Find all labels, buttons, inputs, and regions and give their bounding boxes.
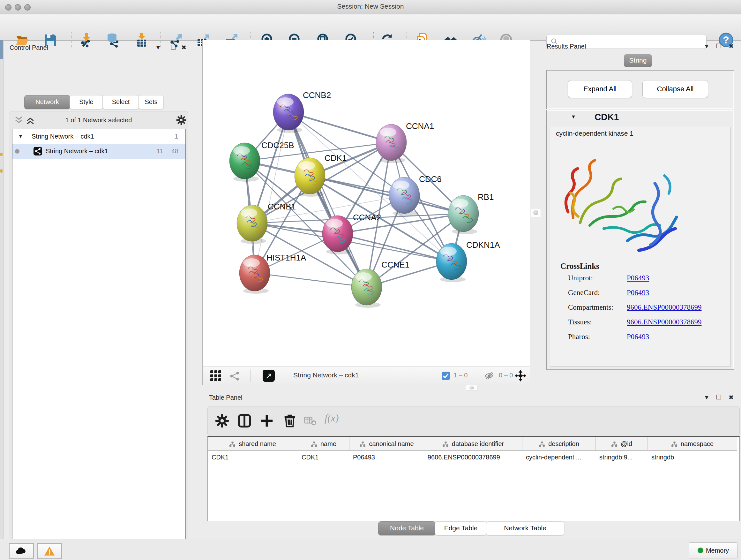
network-node-CDC25B[interactable]: CDC25B [229, 140, 294, 182]
cloud-button[interactable] [9, 543, 34, 559]
expand-all-networks-icon[interactable] [26, 116, 35, 125]
close-panel-icon[interactable]: ✖ [729, 393, 734, 401]
table-cell[interactable]: CDK1 [208, 451, 298, 463]
column-header-canonical-name[interactable]: canonical name [349, 437, 424, 451]
network-collection-row[interactable]: ▼ String Network – cdk1 1 [12, 129, 185, 144]
string-network-graph[interactable]: CCNB2CCNA1CDC25BCDK1CDC6RB1CCNB1CCNA2CDK… [203, 40, 530, 367]
delete-column-trash-icon[interactable] [282, 414, 297, 428]
collection-name: String Network – cdk1 [31, 133, 94, 140]
crosslink-link[interactable]: P06493 [627, 289, 649, 297]
crosslink-link[interactable]: 9606.ENSP00000378699 [627, 318, 702, 326]
column-header-description[interactable]: description [522, 437, 596, 451]
collapse-panel-icon[interactable]: ▼ [704, 42, 710, 51]
tab-style[interactable]: Style [70, 95, 103, 109]
right-splitter-grip[interactable] [531, 208, 541, 217]
network-selection-status: 1 of 1 Network selected [44, 117, 153, 124]
results-actions-box: Expand All Collapse All [546, 70, 734, 109]
node-label: CDKN1A [466, 240, 500, 250]
table-toolbar: f(x) [207, 406, 740, 436]
cloud-icon [15, 547, 28, 556]
gene-header-row[interactable]: ▼ CDK1 [547, 110, 734, 126]
hidden-eye-slash-icon[interactable] [484, 372, 494, 380]
float-panel-icon[interactable]: □ [717, 42, 721, 50]
crosslinks-title: CrossLinks [560, 262, 599, 271]
table-cell[interactable]: stringdb [648, 451, 737, 463]
close-panel-icon[interactable]: ✖ [181, 44, 186, 52]
table-cell[interactable]: CDK1 [298, 451, 349, 463]
node-label: CCNA2 [353, 212, 381, 222]
collapse-panel-icon[interactable]: ▼ [155, 44, 161, 52]
tab-string[interactable]: String [624, 54, 652, 67]
delete-table-icon-disabled [304, 416, 317, 426]
tab-network[interactable]: Network [24, 95, 70, 109]
column-header-database-identifier[interactable]: database identifier [424, 437, 522, 451]
network-share-icon[interactable] [229, 371, 240, 381]
column-header-id[interactable]: @id [596, 437, 648, 451]
collapse-all-button[interactable]: Collapse All [643, 80, 708, 98]
node-label: CCNB1 [268, 202, 296, 211]
network-node-HIST1H1A[interactable]: HIST1H1A [239, 253, 307, 294]
expand-all-button[interactable]: Expand All [568, 80, 632, 98]
open-in-window-icon[interactable]: ↗ [263, 370, 275, 382]
table-cell[interactable]: stringdb:9... [596, 451, 648, 463]
network-list: ▼ String Network – cdk1 1 String Network… [12, 129, 186, 560]
network-node-CCNE1[interactable]: CCNE1 [351, 260, 409, 308]
crosslink-label: Compartments: [568, 303, 613, 312]
titlebar: Session: New Session [0, 0, 741, 14]
tab-select[interactable]: Select [103, 95, 139, 109]
column-header-name[interactable]: name [298, 437, 349, 451]
function-builder-fx-icon: f(x) [325, 412, 339, 424]
network-status-dot-icon [15, 149, 19, 153]
tab-network-table[interactable]: Network Table [486, 521, 564, 536]
network-edge[interactable] [288, 112, 391, 142]
network-edge[interactable] [255, 112, 288, 273]
grid-view-icon[interactable] [210, 370, 222, 381]
bottom-splitter-grip[interactable] [466, 385, 477, 391]
network-node-CDKN1A[interactable]: CDKN1A [436, 240, 500, 282]
network-options-gear-icon[interactable] [176, 115, 187, 125]
table-cell[interactable]: P06493 [349, 451, 424, 463]
tab-edge-table[interactable]: Edge Table [435, 521, 487, 536]
collection-expand-triangle-icon[interactable]: ▼ [18, 133, 23, 139]
crosslink-link[interactable]: 9606.ENSP00000378699 [627, 303, 702, 312]
column-header-namespace[interactable]: namespace [648, 437, 737, 451]
gene-symbol: CDK1 [595, 112, 619, 122]
warnings-button[interactable] [37, 543, 62, 559]
string-network-icon [33, 147, 42, 155]
crosslink-row: GeneCard: P06493 [550, 289, 730, 303]
gene-collapse-triangle-icon[interactable]: ▼ [571, 114, 576, 120]
float-panel-icon[interactable]: □ [717, 393, 721, 401]
tab-node-table[interactable]: Node Table [378, 521, 435, 536]
collapse-all-networks-icon[interactable] [14, 116, 23, 125]
crosslink-label: Uniprot: [568, 274, 593, 282]
table-cell[interactable]: 9606.ENSP00000378699 [424, 451, 522, 463]
network-row-selected[interactable]: String Network – cdk1 11 48 [12, 144, 185, 159]
add-column-plus-icon[interactable] [259, 414, 274, 428]
network-node-CDC6[interactable]: CDC6 [389, 174, 442, 216]
network-node-CCNB1[interactable]: CCNB1 [237, 202, 296, 244]
crosslink-link[interactable]: P06493 [627, 333, 649, 341]
float-panel-icon[interactable]: □ [171, 43, 176, 51]
network-node-CCNA1[interactable]: CCNA1 [376, 121, 434, 163]
table-cell[interactable]: cyclin-dependent ... [522, 451, 596, 463]
network-node-RB1[interactable]: RB1 [448, 192, 494, 234]
selected-checkbox-icon[interactable] [442, 372, 450, 380]
show-columns-icon[interactable] [237, 414, 252, 428]
close-panel-icon[interactable]: ✖ [729, 42, 734, 51]
network-name: String Network – cdk1 [46, 147, 108, 155]
network-canvas[interactable]: CCNB2CCNA1CDC25BCDK1CDC6RB1CCNB1CCNA2CDK… [202, 40, 530, 367]
crosslink-row: Uniprot: P06493 [550, 274, 730, 289]
network-node-count: 11 [157, 147, 163, 155]
network-node-CCNB2[interactable]: CCNB2 [273, 90, 331, 133]
column-header-shared-name[interactable]: shared name [208, 437, 298, 451]
hidden-node-edge-counts: 0 – 0 [499, 372, 513, 379]
network-edge[interactable] [255, 273, 367, 287]
crosslink-link[interactable]: P06493 [627, 274, 649, 282]
tab-sets[interactable]: Sets [138, 95, 164, 109]
memory-button[interactable]: Memory [689, 543, 738, 558]
results-panel-title: Results Panel [547, 43, 586, 50]
table-options-gear-icon[interactable] [215, 414, 229, 428]
collapse-panel-icon[interactable]: ▼ [704, 393, 710, 401]
crosslink-row: Pharos: P06493 [550, 333, 730, 348]
fit-selected-crosshair-icon[interactable] [515, 370, 527, 381]
